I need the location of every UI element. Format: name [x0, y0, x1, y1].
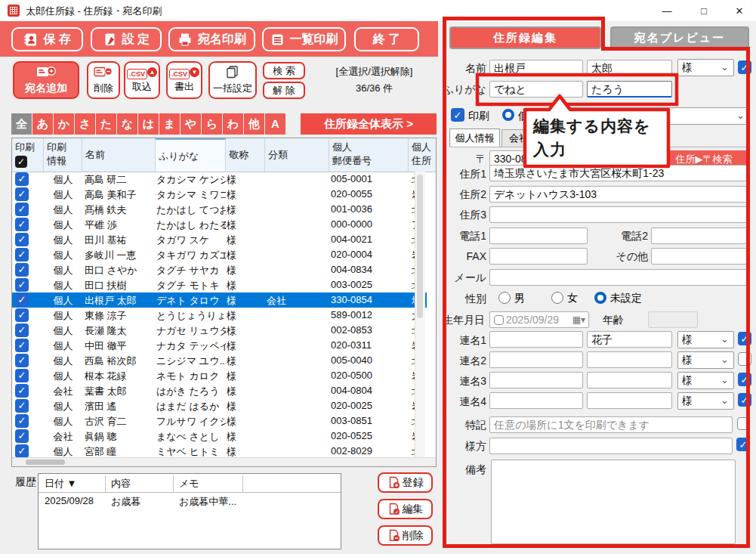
- index-tab-か[interactable]: か: [54, 113, 74, 135]
- row-print-checkbox[interactable]: [15, 218, 29, 231]
- print-checkbox[interactable]: [451, 108, 464, 122]
- person-radio[interactable]: [502, 109, 514, 121]
- col-print[interactable]: 印刷: [12, 138, 44, 172]
- kana-first-field[interactable]: たろう: [587, 81, 672, 97]
- exit-button[interactable]: 終 了: [354, 27, 419, 51]
- row-print-checkbox[interactable]: [15, 233, 29, 246]
- batch-settings-button[interactable]: 一括設定: [208, 61, 257, 99]
- history-row[interactable]: 2025/09/28 お歳暮 お歳暮中華...: [39, 495, 341, 510]
- joint2-first-field[interactable]: [489, 351, 583, 368]
- samakata-field[interactable]: [489, 438, 733, 454]
- tab-personal-info[interactable]: 個人情報: [449, 128, 500, 147]
- table-row[interactable]: 個人髙橋 鉄夫たかはし てつお様001-0036北: [12, 202, 427, 217]
- row-print-checkbox[interactable]: [15, 384, 29, 398]
- table-row[interactable]: 個人田口 さやかタグチ サヤカ様004-0834北: [12, 262, 427, 277]
- joint2-second-field[interactable]: [587, 351, 672, 368]
- print-address-button[interactable]: 宛名印刷: [168, 27, 255, 51]
- joint1-honorific-select[interactable]: 様: [677, 331, 734, 348]
- row-print-checkbox[interactable]: [15, 429, 29, 443]
- index-tab-な[interactable]: な: [117, 113, 137, 135]
- row-print-checkbox[interactable]: [15, 444, 29, 458]
- csv-export-button[interactable]: .CSV▼ 書出: [166, 61, 202, 99]
- index-tab-他[interactable]: 他: [244, 113, 264, 135]
- select-all-toggle[interactable]: [全選択/選択解除]: [316, 65, 433, 79]
- tab-company-info[interactable]: 会社情報: [501, 129, 556, 147]
- first-name-field[interactable]: 太郎: [587, 60, 672, 76]
- joint1-checkbox[interactable]: [738, 332, 751, 345]
- history-col-memo[interactable]: メモ: [179, 477, 199, 491]
- row-print-checkbox[interactable]: [15, 339, 29, 352]
- index-tab-や[interactable]: や: [181, 113, 201, 135]
- tab-address-edit[interactable]: 住所録編集: [449, 26, 601, 49]
- row-print-checkbox[interactable]: [15, 203, 29, 216]
- table-row[interactable]: 個人宮部 瞳ミヤベ ヒトミ様002-8029北: [12, 444, 427, 459]
- row-print-checkbox[interactable]: [15, 248, 29, 262]
- print-list-button[interactable]: 一覧印刷: [262, 27, 346, 51]
- minimize-button[interactable]: —: [650, 0, 684, 21]
- gender-male-radio[interactable]: [498, 292, 511, 304]
- gender-female-radio[interactable]: [551, 292, 563, 304]
- table-row[interactable]: 個人東條 涼子とうじょうりょうこ様589-0012大: [12, 308, 427, 323]
- col-honorific[interactable]: 敬称: [226, 138, 265, 172]
- joint3-checkbox[interactable]: [738, 373, 751, 386]
- table-row[interactable]: 個人高島 美和子タカシマ ミワコ様020-0055岩: [12, 187, 427, 202]
- joint4-second-field[interactable]: [587, 392, 672, 409]
- table-row[interactable]: 個人根本 花緑ネモト カロク様020-0500岩: [12, 368, 427, 383]
- table-row[interactable]: 個人古沢 育二フルサワ イクジ様003-0851北: [12, 413, 427, 429]
- maximize-button[interactable]: □: [687, 0, 721, 21]
- index-tab-た[interactable]: た: [96, 113, 116, 135]
- table-row[interactable]: 個人中田 徹平ナカタ テッペイ様020-0311岩: [12, 338, 427, 353]
- col-info[interactable]: 印刷情報: [44, 138, 82, 172]
- history-col-content[interactable]: 内容: [111, 477, 131, 491]
- index-tab-わ[interactable]: わ: [223, 113, 243, 135]
- row-print-checkbox[interactable]: [15, 293, 29, 307]
- row-print-checkbox[interactable]: [15, 414, 29, 428]
- joint4-first-field[interactable]: [489, 392, 583, 409]
- joint1-first-field[interactable]: [489, 331, 583, 348]
- index-tab-あ[interactable]: あ: [32, 113, 53, 135]
- add-address-button[interactable]: 宛名追加: [13, 61, 79, 99]
- history-col-date[interactable]: 日付 ▼: [45, 477, 76, 491]
- history-delete-button[interactable]: 削除: [378, 525, 433, 546]
- table-row[interactable]: 個人多岐川 一恵タキガワ カズエ様020-0004岩: [12, 247, 427, 262]
- close-button[interactable]: ✕: [722, 0, 756, 21]
- row-print-checkbox[interactable]: [15, 399, 29, 413]
- col-zip[interactable]: 個人郵便番号: [329, 138, 409, 172]
- joint3-first-field[interactable]: [489, 372, 583, 388]
- table-row[interactable]: 個人平碓 渉たかはし わたる様000-0000ア: [12, 217, 427, 232]
- search-button[interactable]: 検 索: [263, 62, 305, 79]
- joint2-checkbox[interactable]: [738, 352, 751, 366]
- table-row[interactable]: 個人出根戸 太郎デネト タロウ様会社330-0854埼: [12, 292, 427, 308]
- category-select[interactable]: [555, 107, 750, 125]
- row-print-checkbox[interactable]: [15, 172, 29, 186]
- table-row[interactable]: 会社葉書 太郎はがき たろう様004-0804北: [12, 383, 427, 398]
- name-print-checkbox[interactable]: [738, 60, 751, 74]
- addr1-field[interactable]: 埼玉県さいたま市大宮区桜木町1-23: [489, 165, 750, 181]
- joint1-second-field[interactable]: 花子: [587, 331, 672, 348]
- history-edit-button[interactable]: 編集: [378, 499, 433, 519]
- joint4-checkbox[interactable]: [738, 393, 751, 407]
- samakata-checkbox[interactable]: [736, 438, 750, 451]
- row-print-checkbox[interactable]: [15, 369, 29, 382]
- history-register-button[interactable]: 登録: [378, 472, 433, 493]
- joint4-honorific-select[interactable]: 様: [677, 392, 734, 410]
- kana-last-field[interactable]: でねと: [489, 81, 583, 97]
- table-row[interactable]: 個人西島 裕次郎ニシジマ ユウ...様005-0040北: [12, 353, 427, 368]
- show-all-button[interactable]: 住所録全体表示 >: [301, 113, 437, 135]
- addr3-field[interactable]: [489, 206, 750, 223]
- joint3-honorific-select[interactable]: 様: [677, 372, 734, 389]
- tokki-field[interactable]: 任意の場所に1文を印刷できます: [489, 416, 733, 433]
- index-tab-A[interactable]: A: [265, 113, 285, 135]
- table-vertical-scrollbar[interactable]: [415, 172, 425, 459]
- csv-import-button[interactable]: .CSV▲ 取込: [124, 61, 160, 99]
- tel2-field[interactable]: [651, 227, 750, 244]
- table-row[interactable]: 個人長瀬 隆太ナガセ リュウタ様002-0853北: [12, 323, 427, 338]
- joint2-honorific-select[interactable]: 様: [677, 351, 734, 369]
- index-tab-ま[interactable]: ま: [159, 113, 180, 135]
- settings-button[interactable]: 設 定: [91, 27, 162, 51]
- col-name[interactable]: 名前: [82, 138, 156, 172]
- tel1-field[interactable]: [489, 227, 588, 244]
- joint3-second-field[interactable]: [587, 372, 672, 388]
- row-print-checkbox[interactable]: [15, 187, 29, 201]
- search-clear-button[interactable]: 解 除: [263, 82, 305, 99]
